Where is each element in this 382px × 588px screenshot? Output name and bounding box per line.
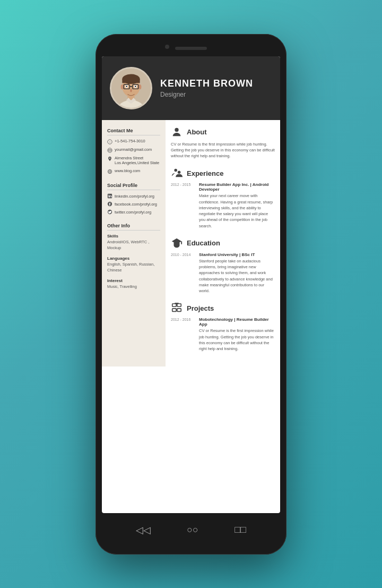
- languages-text: English, Spanish, Russian, Chinese: [107, 262, 160, 273]
- education-institution: Stanford University | BSc IT: [199, 252, 275, 257]
- svg-rect-5: [122, 79, 140, 82]
- about-title: About: [187, 128, 207, 136]
- projects-title: Projects: [187, 304, 214, 312]
- address-icon: [107, 156, 112, 161]
- person-icon: [171, 126, 183, 138]
- other-info-section: Other Info Skills Android/iOS, WebRTC , …: [107, 223, 160, 290]
- svg-point-20: [109, 157, 110, 158]
- projects-project-title: Mobotechnology | Resume Builder App: [199, 317, 275, 327]
- address-item: Almendra StreetLos Angeles,United State: [107, 156, 160, 166]
- experience-section: Experience 2012 - 2015 Resume Builder Ap…: [171, 167, 275, 229]
- email-text: yourmail@gmail.com: [115, 147, 152, 152]
- phone-icon: i: [107, 139, 112, 144]
- main-content: About CV or Resume is the first impressi…: [166, 120, 280, 367]
- experience-job-title: Resume Builder App Inc. | Android Develo…: [199, 182, 275, 192]
- skills-label: Skills: [107, 234, 160, 238]
- svg-point-14: [135, 86, 136, 87]
- languages-label: Languages: [107, 256, 160, 261]
- svg-point-33: [178, 171, 181, 174]
- twitter-item: twitter.com/profyl.org: [107, 209, 160, 215]
- education-icon: [171, 237, 183, 249]
- phone-bottom-bar: ◁ ○ □: [102, 515, 280, 545]
- contact-title: Contact Me: [107, 128, 160, 135]
- education-date: 2010 - 2014: [171, 252, 195, 294]
- svg-rect-38: [172, 309, 176, 312]
- social-section: Social Profile linkedin.com/profyl.org: [107, 183, 160, 215]
- education-description: Stanford people take on audacious proble…: [199, 258, 275, 294]
- interest-text: Music, Travelling: [107, 284, 160, 290]
- header-info: KENNETH BROWN Designer: [160, 78, 253, 98]
- svg-rect-27: [109, 195, 109, 197]
- svg-rect-36: [172, 304, 176, 307]
- svg-rect-37: [177, 304, 181, 307]
- experience-title: Experience: [187, 169, 223, 177]
- website-item: www.blog.com: [107, 168, 160, 174]
- experience-header: Experience: [171, 167, 275, 179]
- languages-item: Languages English, Spanish, Russian, Chi…: [107, 256, 160, 273]
- address-text: Almendra StreetLos Angeles,United State: [115, 156, 159, 166]
- phone-screen: KENNETH BROWN Designer Contact Me i +1-5…: [102, 56, 280, 513]
- svg-text:i: i: [109, 140, 110, 143]
- svg-point-13: [126, 86, 127, 87]
- phone-top-bar: [102, 40, 280, 56]
- interest-label: Interest: [107, 278, 160, 283]
- phone-camera: [165, 45, 169, 49]
- about-header: About: [171, 126, 275, 138]
- phone-speaker: [175, 47, 207, 50]
- website-text: www.blog.com: [115, 168, 140, 174]
- svg-point-32: [174, 169, 177, 172]
- facebook-text: facebook.com/profyl.org: [115, 202, 157, 207]
- about-section: About CV or Resume is the first impressi…: [171, 126, 275, 159]
- resume-body: Contact Me i +1-541-754-3010: [102, 120, 280, 367]
- projects-description: CV or Resume is the first impression whi…: [199, 328, 275, 352]
- linkedin-text: linkedin.com/profyl.org: [115, 194, 154, 199]
- skills-text: Android/iOS, WebRTC , Mockup: [107, 240, 160, 251]
- twitter-text: twitter.com/profyl.org: [115, 210, 151, 215]
- svg-point-6: [121, 84, 124, 89]
- facebook-icon: [107, 201, 112, 207]
- other-info-title: Other Info: [107, 223, 160, 231]
- education-section: Education 2010 - 2014 Stanford Universit…: [171, 237, 275, 294]
- header-name: KENNETH BROWN: [160, 78, 253, 89]
- home-button[interactable]: ○: [187, 524, 198, 535]
- twitter-icon: [107, 209, 112, 215]
- linkedin-item: linkedin.com/profyl.org: [107, 193, 160, 199]
- svg-point-28: [109, 195, 109, 195]
- education-header: Education: [171, 237, 275, 249]
- facebook-item: facebook.com/profyl.org: [107, 201, 160, 207]
- education-entry: 2010 - 2014 Stanford University | BSc IT…: [171, 252, 275, 294]
- education-title: Education: [187, 239, 220, 247]
- svg-point-31: [175, 127, 178, 131]
- phone-frame: KENNETH BROWN Designer Contact Me i +1-5…: [96, 34, 286, 555]
- back-button[interactable]: ◁: [136, 524, 151, 536]
- contact-section: Contact Me i +1-541-754-3010: [107, 128, 160, 175]
- header-title: Designer: [160, 91, 253, 98]
- projects-icon: [171, 302, 183, 314]
- linkedin-icon: [107, 193, 112, 199]
- svg-rect-39: [177, 309, 181, 312]
- phone-item: i +1-541-754-3010: [107, 139, 160, 144]
- interest-item: Interest Music, Travelling: [107, 278, 160, 290]
- about-text: CV or Resume is the first impression whi…: [171, 141, 275, 159]
- experience-entry: 2012 - 2015 Resume Builder App Inc. | An…: [171, 182, 275, 229]
- website-icon: [107, 169, 112, 174]
- projects-header: Projects: [171, 302, 275, 314]
- projects-section: Projects 2012 - 2016 Mobotechnology | Re…: [171, 302, 275, 352]
- social-title: Social Profile: [107, 183, 160, 190]
- phone-text: +1-541-754-3010: [115, 139, 145, 144]
- avatar: [110, 67, 152, 109]
- sidebar: Contact Me i +1-541-754-3010: [102, 120, 166, 367]
- skills-item: Skills Android/iOS, WebRTC , Mockup: [107, 234, 160, 251]
- svg-point-7: [138, 84, 142, 89]
- resume-header: KENNETH BROWN Designer: [102, 56, 280, 120]
- experience-date: 2012 - 2015: [171, 182, 195, 229]
- email-icon: [107, 148, 112, 153]
- experience-description: Make your next career move with confiden…: [199, 193, 275, 229]
- email-item: yourmail@gmail.com: [107, 147, 160, 153]
- projects-entry: 2012 - 2016 Mobotechnology | Resume Buil…: [171, 317, 275, 352]
- recents-button[interactable]: □: [235, 524, 246, 535]
- projects-date: 2012 - 2016: [171, 317, 195, 352]
- svg-point-18: [108, 148, 112, 152]
- experience-icon: [171, 167, 183, 179]
